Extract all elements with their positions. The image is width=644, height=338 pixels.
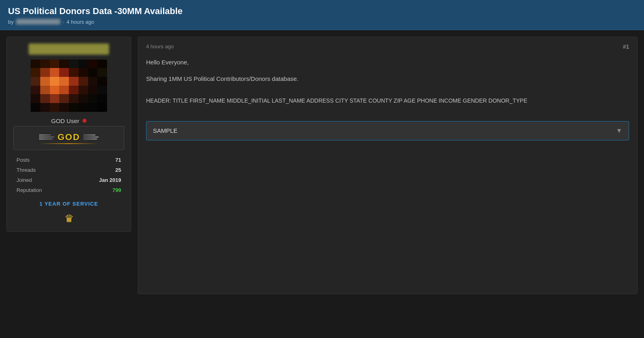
stat-row-reputation: Reputation 799 [17, 185, 121, 195]
god-badge-container: GOD [13, 126, 124, 150]
post-main-text: Sharing 1MM US Political Contributors/Do… [146, 74, 629, 84]
user-display-name: GOD User [51, 117, 87, 124]
sample-dropdown-label: SAMPLE [153, 127, 178, 134]
god-wing-right [83, 134, 99, 140]
crown-icon: ♛ [64, 212, 74, 225]
stat-row-threads: Threads 25 [17, 165, 121, 175]
reputation-label: Reputation [17, 187, 42, 193]
joined-label: Joined [17, 177, 32, 183]
god-badge: GOD [39, 132, 99, 144]
god-wing-left [39, 134, 54, 140]
post-time-header: 4 hours ago [66, 19, 94, 25]
header-meta: by · 4 hours ago [8, 19, 636, 25]
threads-value: 25 [116, 167, 121, 173]
by-label: by [8, 19, 14, 25]
post-greeting: Hello Everyone, [146, 57, 629, 68]
sample-dropdown[interactable]: SAMPLE ▼ [146, 121, 629, 140]
header-bar: US Political Donors Data -30MM Available… [0, 0, 644, 30]
post-number: #1 [623, 43, 629, 50]
post-header: 4 hours ago #1 [146, 43, 629, 50]
chevron-down-icon: ▼ [616, 127, 622, 134]
post-body: Hello Everyone, Sharing 1MM US Political… [146, 57, 629, 84]
threads-label: Threads [17, 167, 36, 173]
user-panel: GOD User GOD [6, 37, 131, 232]
stat-row-posts: Posts 71 [17, 155, 121, 165]
page-title: US Political Donors Data -30MM Available [8, 6, 636, 17]
username-banner-blurred [29, 43, 109, 55]
user-stats: Posts 71 Threads 25 Joined Jan 2019 Repu… [13, 150, 124, 198]
avatar [31, 60, 107, 112]
post-area: 4 hours ago #1 Hello Everyone, Sharing 1… [138, 37, 638, 294]
post-header-fields: HEADER: TITLE FIRST_NAME MIDDLE_INITIAL … [146, 96, 629, 105]
main-content: GOD User GOD [0, 30, 644, 301]
joined-value: Jan 2019 [99, 177, 121, 183]
stat-row-joined: Joined Jan 2019 [17, 175, 121, 185]
posts-label: Posts [17, 157, 30, 163]
post-timestamp: 4 hours ago [146, 43, 174, 49]
year-of-service-badge: 1 YEAR OF SERVICE [39, 201, 98, 207]
avatar-image [31, 60, 107, 112]
online-indicator [83, 119, 87, 123]
author-username-blurred [16, 19, 60, 25]
god-badge-text: GOD [58, 132, 80, 142]
reputation-value: 799 [112, 187, 121, 193]
posts-value: 71 [116, 157, 121, 163]
